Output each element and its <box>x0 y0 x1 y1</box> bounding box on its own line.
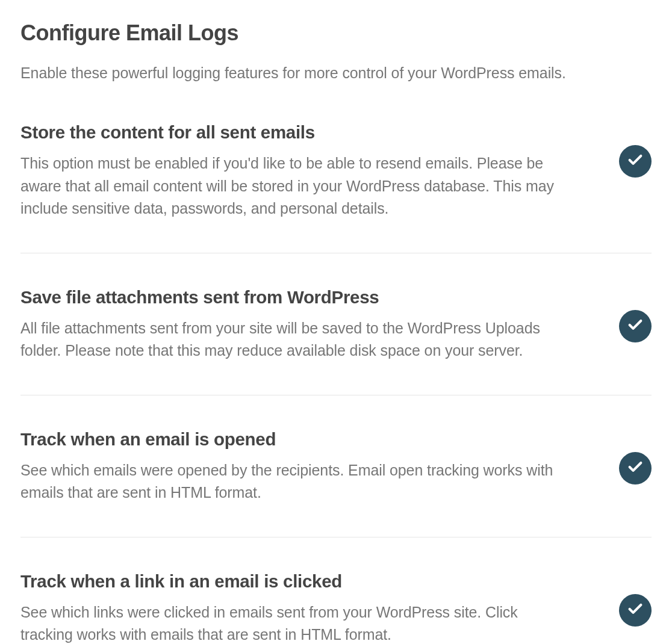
check-icon <box>627 152 644 171</box>
option-title: Track when a link in an email is clicked <box>20 571 568 592</box>
option-description: See which emails were opened by the reci… <box>20 459 568 504</box>
page-subtitle: Enable these powerful logging features f… <box>20 63 652 84</box>
toggle-track-opened[interactable] <box>619 452 652 485</box>
page-title: Configure Email Logs <box>20 20 652 46</box>
option-text: Save file attachments sent from WordPres… <box>20 287 568 362</box>
toggle-save-attachments[interactable] <box>619 310 652 342</box>
option-track-clicked: Track when a link in an email is clicked… <box>20 571 652 645</box>
option-text: Track when an email is opened See which … <box>20 429 568 504</box>
option-save-attachments: Save file attachments sent from WordPres… <box>20 287 652 395</box>
option-title: Store the content for all sent emails <box>20 122 568 143</box>
option-title: Track when an email is opened <box>20 429 568 450</box>
option-track-opened: Track when an email is opened See which … <box>20 429 652 537</box>
check-icon <box>627 459 644 478</box>
option-title: Save file attachments sent from WordPres… <box>20 287 568 308</box>
option-store-content: Store the content for all sent emails Th… <box>20 122 652 253</box>
toggle-track-clicked[interactable] <box>619 594 652 627</box>
option-text: Track when a link in an email is clicked… <box>20 571 568 645</box>
option-description: This option must be enabled if you'd lik… <box>20 152 568 220</box>
toggle-store-content[interactable] <box>619 145 652 178</box>
check-icon <box>627 601 644 620</box>
option-description: All file attachments sent from your site… <box>20 317 568 362</box>
option-description: See which links were clicked in emails s… <box>20 601 568 645</box>
option-text: Store the content for all sent emails Th… <box>20 122 568 220</box>
check-icon <box>627 317 644 336</box>
